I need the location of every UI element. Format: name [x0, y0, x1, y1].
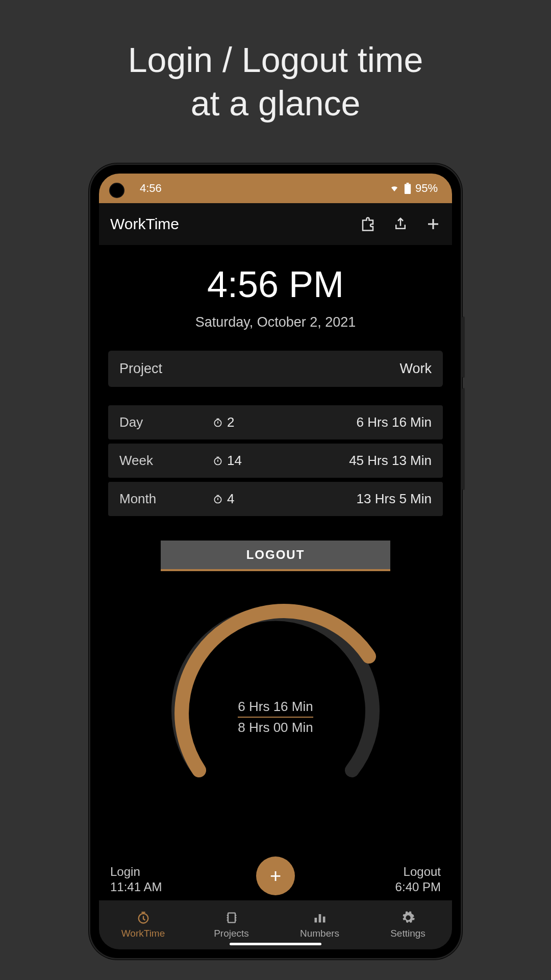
current-date: Saturday, October 2, 2021	[108, 314, 443, 330]
login-time: 11:41 AM	[110, 880, 162, 894]
promo-line2: at a glance	[128, 82, 423, 125]
timer-icon	[213, 418, 223, 428]
share-icon[interactable]	[393, 216, 408, 232]
timer-icon	[213, 456, 223, 466]
promo-line1: Login / Logout time	[128, 38, 423, 82]
timer-icon	[213, 494, 223, 504]
project-value: Work	[399, 361, 432, 377]
status-battery: 95%	[415, 182, 438, 195]
nav-worktime[interactable]: WorkTime	[99, 900, 187, 949]
svg-rect-1	[405, 184, 411, 194]
camera-hole	[110, 184, 123, 197]
gauge-arc	[153, 592, 398, 786]
nav-label: Numbers	[300, 928, 339, 939]
login-logout-meta: Login 11:41 AM + Logout 6:40 PM	[108, 865, 443, 894]
login-label: Login	[110, 865, 162, 879]
stat-period: Week	[119, 453, 197, 469]
nav-label: Projects	[214, 928, 249, 939]
status-bar: 4:56 95%	[99, 174, 452, 203]
logout-time: 6:40 PM	[395, 880, 441, 894]
status-right: 95%	[389, 182, 438, 195]
svg-rect-8	[318, 914, 321, 922]
gauge-center-text: 6 Hrs 16 Min 8 Hrs 00 Min	[238, 699, 313, 736]
svg-rect-0	[407, 183, 409, 184]
gauge-total: 8 Hrs 00 Min	[238, 720, 313, 736]
stats-list: Day 2 6 Hrs 16 Min Week 14 45 Hrs 13 Min	[108, 405, 443, 516]
stat-period: Month	[119, 491, 197, 507]
screen: 4:56 95% WorkTime 4:56 PM	[99, 174, 452, 949]
nav-label: WorkTime	[121, 928, 165, 939]
app-title: WorkTime	[110, 215, 350, 233]
project-label: Project	[119, 361, 162, 377]
svg-rect-6	[228, 913, 235, 923]
device-frame: 4:56 95% WorkTime 4:56 PM	[89, 163, 462, 960]
fab-add-button[interactable]: +	[256, 856, 295, 895]
nav-label: Settings	[390, 928, 425, 939]
nav-settings[interactable]: Settings	[364, 900, 452, 949]
gauge-elapsed: 6 Hrs 16 Min	[238, 699, 313, 718]
device-side-button	[462, 388, 465, 490]
logout-button[interactable]: LOGOUT	[161, 541, 390, 571]
logout-label: Logout	[395, 865, 441, 879]
plus-icon: +	[270, 866, 281, 886]
logout-block: Logout 6:40 PM	[395, 865, 441, 894]
stat-row-week[interactable]: Week 14 45 Hrs 13 Min	[108, 444, 443, 478]
current-time: 4:56 PM	[108, 263, 443, 305]
stat-duration: 13 Hrs 5 Min	[276, 491, 432, 507]
promo-headline: Login / Logout time at a glance	[128, 38, 423, 125]
svg-rect-7	[314, 918, 317, 922]
projects-icon	[224, 911, 239, 925]
stat-row-month[interactable]: Month 4 13 Hrs 5 Min	[108, 482, 443, 516]
nav-projects[interactable]: Projects	[187, 900, 276, 949]
stat-row-day[interactable]: Day 2 6 Hrs 16 Min	[108, 405, 443, 439]
wifi-icon	[389, 184, 400, 193]
timer-icon	[136, 911, 151, 925]
gear-icon	[401, 911, 415, 925]
chart-icon	[313, 911, 327, 925]
nav-numbers[interactable]: Numbers	[276, 900, 364, 949]
puzzle-icon[interactable]	[360, 216, 375, 232]
app-bar: WorkTime	[99, 203, 452, 245]
project-card[interactable]: Project Work	[108, 351, 443, 387]
stat-count: 14	[197, 453, 276, 469]
stat-duration: 6 Hrs 16 Min	[276, 414, 432, 430]
stat-count: 4	[197, 491, 276, 507]
plus-icon[interactable]	[425, 216, 441, 232]
login-block: Login 11:41 AM	[110, 865, 162, 894]
stat-count: 2	[197, 414, 276, 430]
main-content: 4:56 PM Saturday, October 2, 2021 Projec…	[99, 245, 452, 900]
status-time: 4:56	[140, 182, 162, 195]
svg-rect-9	[322, 917, 325, 923]
stat-period: Day	[119, 414, 197, 430]
stat-duration: 45 Hrs 13 Min	[276, 453, 432, 469]
device-side-button	[462, 316, 465, 378]
home-indicator[interactable]	[230, 943, 321, 945]
progress-gauge: 6 Hrs 16 Min 8 Hrs 00 Min	[108, 592, 443, 865]
battery-icon	[404, 183, 411, 194]
bottom-nav: WorkTime Projects Numbers Settings	[99, 900, 452, 949]
